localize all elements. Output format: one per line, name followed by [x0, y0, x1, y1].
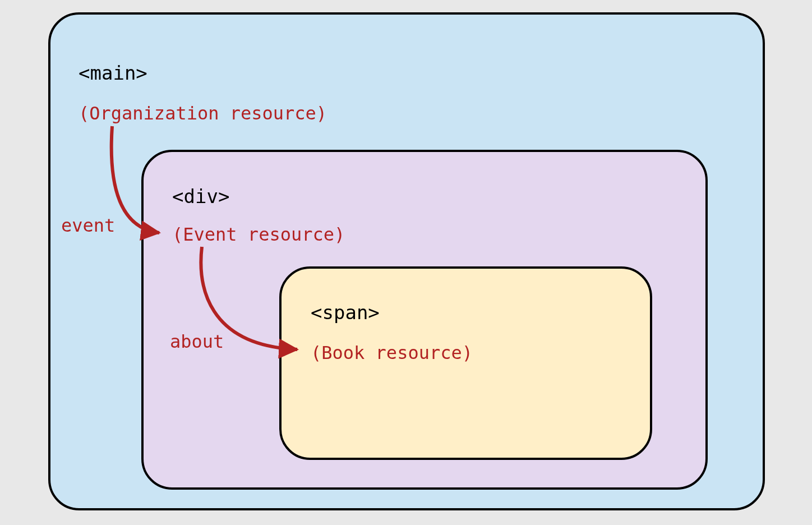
nested-resource-diagram: <main> <div> <span> (Organization resour…	[0, 0, 812, 525]
edge-label-about: about	[170, 331, 224, 352]
tag-div: <div>	[172, 185, 229, 208]
resource-div: (Event resource)	[172, 224, 345, 245]
edge-label-event: event	[61, 215, 115, 236]
tag-span: <span>	[311, 301, 380, 324]
resource-main: (Organization resource)	[79, 103, 327, 124]
tag-main: <main>	[79, 62, 147, 84]
resource-span: (Book resource)	[311, 342, 473, 363]
